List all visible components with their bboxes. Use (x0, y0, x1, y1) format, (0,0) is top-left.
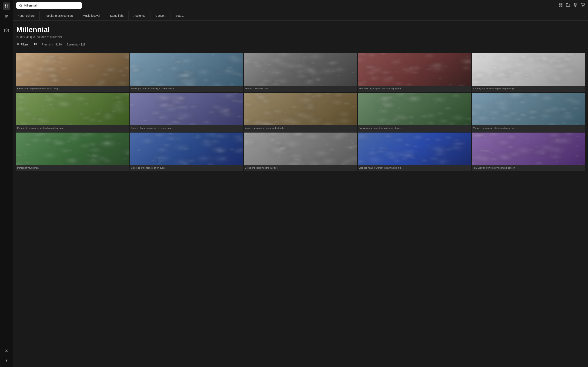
cart-icon[interactable] (581, 3, 585, 8)
svg-rect-12 (561, 3, 562, 5)
svg-point-18 (584, 6, 584, 7)
image-item[interactable]: Group of people working in office (244, 133, 357, 171)
layout-toggle-icon[interactable] (559, 3, 563, 8)
search-icon (19, 4, 22, 7)
image-caption: Portrait of young woman standing on fiel… (16, 125, 130, 132)
image-caption: Portrait of shirtless man (244, 86, 357, 92)
image-caption: Side view of young woman dancing by dru.… (358, 86, 471, 92)
svg-rect-14 (559, 5, 561, 7)
sidebar-bottom (2, 347, 11, 365)
svg-rect-2 (5, 6, 6, 8)
image-caption: Young photography posing on footbridge .… (244, 125, 357, 132)
filters-button[interactable]: Filters (16, 43, 29, 46)
image-caption: Portrait of young man (16, 165, 130, 171)
image-item[interactable]: Scenic view of mountain road against sto… (358, 93, 471, 132)
image-item[interactable]: Full length of man standing on street in… (130, 53, 243, 92)
image-caption: Group of people working in office (244, 165, 357, 171)
image-item[interactable]: Portrait of young woman standing on fiel… (16, 93, 130, 132)
search-input[interactable] (24, 4, 79, 7)
image-item[interactable]: Portrait of shirtless man (244, 53, 357, 92)
topbar (13, 0, 588, 11)
user-icon[interactable] (2, 347, 11, 355)
upload-folder-icon[interactable] (566, 3, 570, 8)
tabs-next-arrow[interactable]: › (582, 11, 588, 20)
tab-audience[interactable]: Audience (129, 11, 150, 20)
tab-popular-music-concert[interactable]: Popular music concert (40, 11, 78, 20)
image-caption: Close-up of headshots at an event (130, 165, 243, 171)
search-box[interactable] (16, 2, 82, 9)
svg-point-9 (6, 361, 7, 362)
image-caption: Cropped hand of woman in illuminated mu.… (358, 165, 471, 171)
content-area: Millennial 20,889 Unique Pictures of Mil… (13, 21, 588, 367)
app-logo[interactable] (3, 2, 10, 10)
layers-icon[interactable] (573, 3, 577, 8)
image-caption: Full length of boy walking on footpath a… (472, 86, 585, 92)
image-caption: Fathers showing tablet computer to daugh… (16, 86, 130, 92)
image-grid: Fathers showing tablet computer to daugh… (16, 53, 585, 171)
svg-rect-11 (559, 3, 561, 5)
image-item[interactable]: Fathers showing tablet computer to daugh… (16, 53, 130, 92)
svg-point-6 (6, 349, 7, 350)
svg-point-8 (6, 360, 7, 361)
sidebar (0, 0, 13, 367)
svg-point-5 (6, 30, 7, 31)
tab-stage-light[interactable]: Stage light (105, 11, 129, 20)
image-item[interactable]: Full length of boy walking on footpath a… (472, 53, 585, 92)
category-tabs: Youth culture Popular music concert Musi… (13, 11, 588, 21)
main-content: Youth culture Popular music concert Musi… (13, 0, 588, 367)
image-caption: Woman carrying son while standing on m..… (472, 125, 585, 132)
tab-music-festival[interactable]: Music festival (78, 11, 105, 20)
image-caption: Scenic view of mountain road against sto… (358, 125, 471, 132)
svg-point-7 (6, 359, 7, 359)
filter-tab-all[interactable]: All (34, 43, 37, 49)
svg-rect-0 (5, 4, 6, 6)
image-item[interactable]: Side view of young woman dancing by dru.… (358, 53, 471, 92)
svg-point-17 (582, 6, 582, 7)
image-item[interactable]: Cropped hand of woman in illuminated mu.… (358, 133, 471, 171)
tab-stage-more[interactable]: Stag... (171, 11, 189, 20)
image-caption: Full length of man standing on street in… (130, 86, 243, 92)
image-item[interactable]: Close-up of headshots at an event (130, 133, 243, 171)
camera-icon[interactable] (2, 26, 11, 34)
page-title: Millennial (16, 25, 585, 34)
image-caption: Portrait of woman dancing on street agai… (130, 125, 243, 132)
topbar-icons (559, 3, 585, 8)
image-item[interactable]: Young photography posing on footbridge .… (244, 93, 357, 132)
image-item[interactable]: Woman carrying son while standing on m..… (472, 93, 585, 132)
filter-tab-essential[interactable]: Essential · $29 (67, 43, 86, 49)
filter-bar: Filters All Premium · $199 Essential · $… (16, 43, 585, 49)
image-item[interactable]: Portrait of young man (16, 133, 130, 171)
image-caption: Rear view of crowd enjoying music concer… (472, 165, 585, 171)
people-icon[interactable] (2, 13, 11, 21)
image-item[interactable]: Rear view of crowd enjoying music concer… (472, 133, 585, 171)
more-options-icon[interactable] (2, 356, 11, 365)
tab-youth-culture[interactable]: Youth culture (13, 11, 40, 20)
svg-marker-16 (574, 3, 577, 5)
sidebar-divider (3, 24, 10, 24)
filters-icon (16, 43, 20, 46)
svg-rect-1 (7, 4, 8, 6)
svg-rect-13 (561, 5, 562, 7)
tab-concert[interactable]: Concert (150, 11, 171, 20)
svg-point-10 (20, 4, 22, 6)
svg-rect-3 (7, 6, 8, 8)
page-subtitle: 20,889 Unique Pictures of Millennial (16, 35, 585, 39)
svg-point-4 (5, 16, 7, 17)
image-item[interactable]: Portrait of woman dancing on street agai… (130, 93, 243, 132)
filter-tab-premium[interactable]: Premium · $199 (42, 43, 62, 49)
